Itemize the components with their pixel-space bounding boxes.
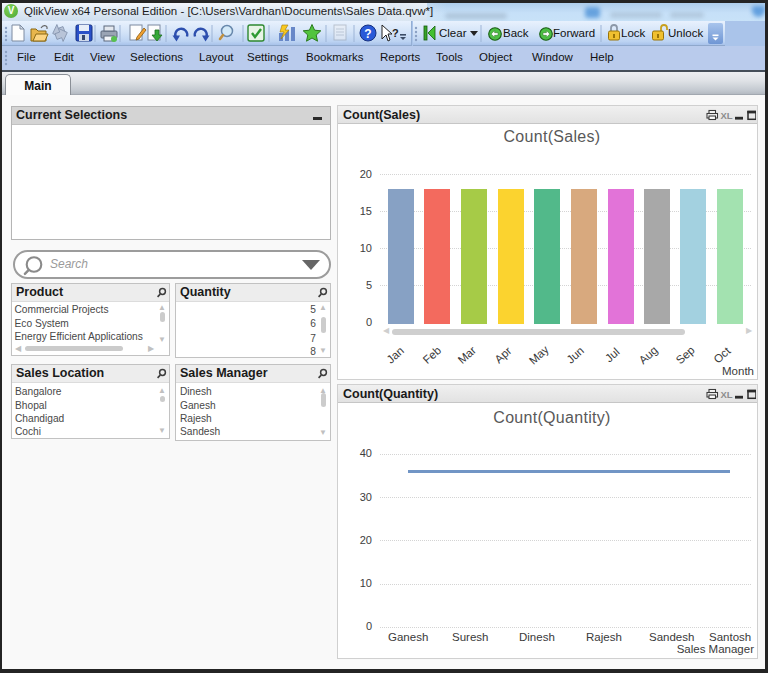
svg-text:XL: XL	[721, 110, 733, 121]
svg-text:XL: XL	[721, 389, 733, 400]
svg-text:?: ?	[392, 27, 399, 39]
svg-text:?: ?	[364, 27, 371, 41]
